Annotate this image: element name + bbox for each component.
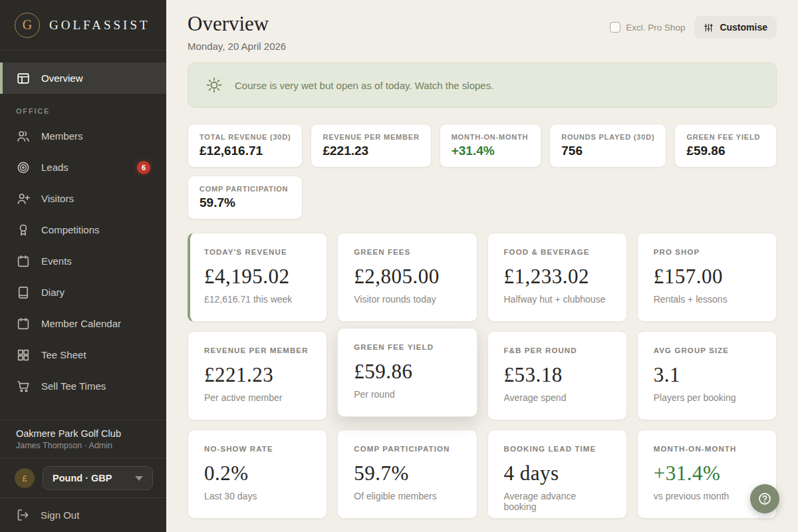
mini-stat-label: TOTAL REVENUE (30D) [200,133,291,141]
stat-card: FOOD & BEVERAGE £1,233.02 Halfway hut + … [487,233,627,322]
sign-out-label: Sign Out [41,509,79,521]
main-content: Overview Monday, 20 April 2026 Excl. Pro… [166,0,798,532]
cart-icon [16,379,31,394]
mini-stat-value: 59.7% [200,196,291,210]
members-icon [16,129,31,144]
stat-card-subtext: Per active member [204,392,311,403]
mini-stat-card: COMP PARTICIPATION 59.7% [188,176,303,219]
sidebar-nav: Overview OFFICE Members Leads 6 Visitors… [0,51,166,402]
sidebar-item-sell-tee-times[interactable]: Sell Tee Times [0,370,166,402]
calendar-icon [16,254,31,269]
stat-card-subtext: Halfway hut + clubhouse [504,294,610,305]
mini-stat-card: REVENUE PER MEMBER £221.23 [311,124,431,168]
customise-label: Customise [720,22,767,33]
sidebar-item-label: Diary [41,287,65,298]
club-user-role: James Thompson · Admin [16,441,150,450]
stat-card-subtext: Players per booking [654,392,760,403]
stat-card-label: REVENUE PER MEMBER [204,346,311,354]
sidebar-item-overview[interactable]: Overview [0,63,166,94]
stat-card: F&B PER ROUND £53.18 Average spend [487,331,627,420]
page-date: Monday, 20 April 2026 [188,41,286,52]
sidebar-item-label: Sell Tee Times [41,380,106,392]
sidebar-item-diary[interactable]: Diary [0,277,166,308]
stat-card-value: £157.00 [654,265,760,289]
stat-card-subtext: Rentals + lessons [654,294,760,305]
mini-stat-value: +31.4% [452,144,530,158]
club-name: Oakmere Park Golf Club [16,428,150,439]
sidebar-item-tee-sheet[interactable]: Tee Sheet [0,339,166,370]
dashboard-icon [16,71,31,86]
stat-card-value: 3.1 [654,363,760,387]
grid-icon [16,348,31,362]
sidebar-item-member-calendar[interactable]: Member Calendar [0,308,166,339]
stat-card-subtext: Average spend [504,392,610,403]
stat-card: TODAY'S REVENUE £4,195.02 £12,616.71 thi… [188,233,327,322]
stat-card: NO-SHOW RATE 0.2% Last 30 days [188,430,327,519]
sidebar-item-leads[interactable]: Leads 6 [0,152,166,183]
book-icon [16,285,31,300]
mini-stat-label: REVENUE PER MEMBER [323,133,419,141]
banner-message: Course is very wet but open as of today.… [235,80,493,91]
sidebar-item-label: Member Calendar [41,318,121,329]
sidebar-items: Members Leads 6 Visitors Competitions Ev… [0,120,166,402]
brand-logo: G GOLFASSIST [0,0,166,51]
stat-card: GREEN FEES £2,805.00 Visitor rounds toda… [337,233,477,322]
stat-card-subtext: Per round [354,389,460,400]
stat-card-label: GREEN FEES [354,248,460,256]
stat-card-subtext: Average advance booking [504,491,610,512]
stat-card-label: GREEN FEE YIELD [354,343,460,351]
logout-icon [16,508,30,522]
stat-card-value: 4 days [504,462,610,485]
stat-card-value: £221.23 [204,363,311,387]
mini-stat-label: MONTH-ON-MONTH [452,133,530,141]
page-title: Overview [188,12,286,36]
stat-card-value: +31.4% [654,462,760,485]
sidebar-item-events[interactable]: Events [0,245,166,277]
stat-card: REVENUE PER MEMBER £221.23 Per active me… [188,331,327,420]
stat-card: PRO SHOP £157.00 Rentals + lessons [637,233,777,322]
question-icon [757,491,772,506]
stat-card-value: 0.2% [204,462,311,485]
stat-card-label: AVG GROUP SIZE [654,346,760,354]
sidebar-item-label: Events [41,255,72,267]
chevron-down-icon [135,476,143,481]
stat-card-subtext: Last 30 days [204,491,311,501]
mini-stat-label: ROUNDS PLAYED (30D) [561,133,654,141]
excl-pro-shop-toggle[interactable]: Excl. Pro Shop [610,22,685,33]
stat-card-value: £1,233.02 [504,265,610,289]
mini-stat-card: MONTH-ON-MONTH +31.4% [440,124,542,168]
stat-card: BOOKING LEAD TIME 4 days Average advance… [487,430,627,519]
calendar-icon [16,317,31,331]
brand-name: GOLFASSIST [49,18,150,33]
excl-pro-shop-label: Excl. Pro Shop [626,23,685,33]
sidebar-item-visitors[interactable]: Visitors [0,183,166,214]
award-icon [16,223,31,237]
sidebar-item-label: Visitors [41,193,74,204]
stat-card: AVG GROUP SIZE 3.1 Players per booking [637,331,777,420]
stat-card-subtext: Of eligible members [354,491,460,501]
sidebar-section-office: OFFICE [0,94,166,120]
currency-block: £ Pound · GBP [0,458,166,497]
sidebar-item-competitions[interactable]: Competitions [0,214,166,245]
sidebar-item-label: Overview [41,72,83,84]
sidebar: G GOLFASSIST Overview OFFICE Members Lea… [0,0,166,532]
sidebar-item-label: Members [41,130,83,142]
currency-select[interactable]: Pound · GBP [43,466,153,490]
stat-cards-grid: TODAY'S REVENUE £4,195.02 £12,616.71 thi… [188,233,777,519]
mini-stat-value: £59.86 [686,144,765,158]
stat-card-label: PRO SHOP [654,248,760,256]
customise-button[interactable]: Customise [694,16,777,39]
stat-card-subtext: vs previous month [654,491,760,501]
sign-out-button[interactable]: Sign Out [0,497,166,532]
sun-icon [205,76,223,94]
help-button[interactable] [750,484,779,513]
stat-card-value: £2,805.00 [354,265,460,289]
person-add-icon [16,192,31,206]
page-header: Overview Monday, 20 April 2026 Excl. Pro… [188,12,777,52]
sidebar-item-members[interactable]: Members [0,120,166,152]
mini-stat-label: COMP PARTICIPATION [200,185,291,193]
mini-stat-value: 756 [561,144,654,158]
excl-pro-shop-checkbox[interactable] [610,22,620,33]
stat-card-value: £4,195.02 [204,265,311,289]
sidebar-footer: Oakmere Park Golf Club James Thompson · … [0,420,166,532]
